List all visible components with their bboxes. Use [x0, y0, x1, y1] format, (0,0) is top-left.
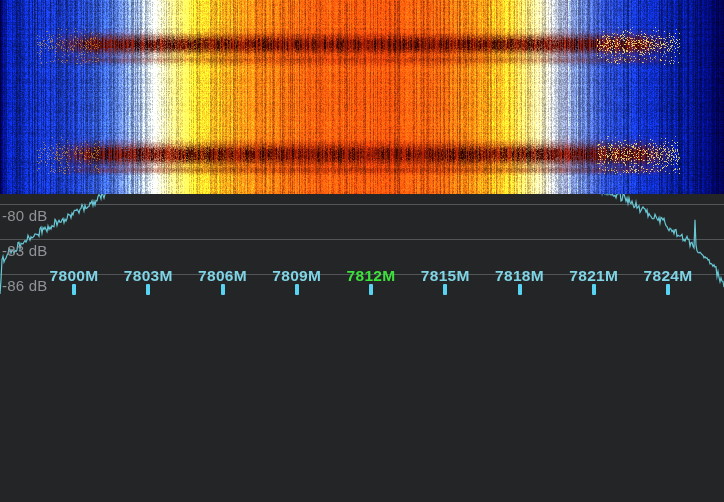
freq-tick — [221, 284, 225, 295]
freq-label-tuned: 7812M — [347, 267, 396, 285]
freq-label: 7815M — [421, 267, 470, 285]
freq-label: 7800M — [50, 267, 99, 285]
freq-label: 7824M — [644, 267, 693, 285]
db-axis-label: -83 dB — [2, 242, 47, 259]
freq-tick — [295, 284, 299, 295]
sdr-app-screen: -61 dB-64 dB-67 dB-70 dB-74 dB-77 dB-80 … — [0, 0, 724, 502]
freq-tick — [72, 284, 76, 295]
freq-label: 7821M — [569, 267, 618, 285]
freq-tick — [518, 284, 522, 295]
freq-label: 7809M — [272, 267, 321, 285]
freq-tick — [369, 284, 373, 295]
freq-tick — [443, 284, 447, 295]
freq-label: 7806M — [198, 267, 247, 285]
freq-tick — [146, 284, 150, 295]
db-axis-label: -86 dB — [2, 277, 47, 294]
waterfall-display[interactable] — [0, 0, 724, 194]
freq-label: 7818M — [495, 267, 544, 285]
freq-tick — [592, 284, 596, 295]
freq-tick — [666, 284, 670, 295]
db-axis-label: -80 dB — [2, 207, 47, 224]
freq-label: 7803M — [124, 267, 173, 285]
